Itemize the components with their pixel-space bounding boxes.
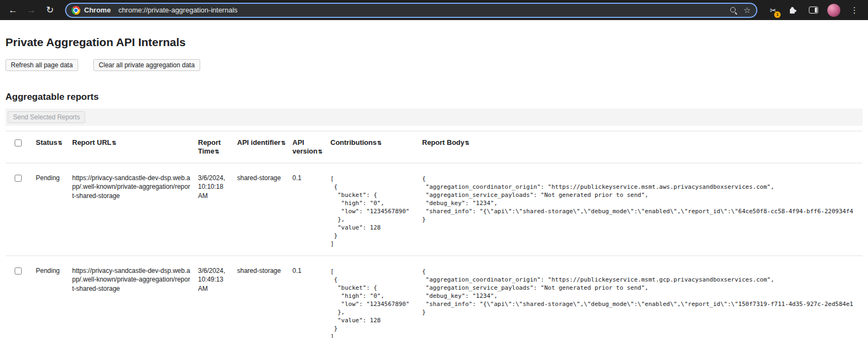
select-all-cell (5, 131, 36, 163)
reload-icon[interactable]: ↻ (42, 3, 58, 18)
sort-icon[interactable]: ⇅ (318, 149, 322, 155)
pinned-extension-icon[interactable]: ✂ 1 (767, 4, 779, 16)
table-row: Pending https://privacy-sandcastle-dev-d… (5, 163, 863, 256)
api-identifier-cell: shared-storage (237, 256, 292, 338)
contributions-cell: [ { "bucket": { "high": "0", "low": "123… (330, 256, 422, 338)
api-version-cell: 0.1 (292, 256, 330, 338)
site-chip-label: Chrome (84, 6, 111, 14)
bookmark-star-icon[interactable]: ☆ (744, 6, 751, 14)
col-header-api-identifier[interactable]: API identifier⇅ (237, 131, 292, 163)
contributions-cell: [ { "bucket": { "high": "0", "low": "123… (330, 163, 422, 256)
report-body-cell: { "aggregation_coordinator_origin": "htt… (422, 256, 863, 338)
row-select-cell (5, 163, 36, 256)
status-cell: Pending (36, 163, 72, 256)
extension-badge: 1 (774, 11, 781, 18)
extensions-icon[interactable] (787, 4, 799, 16)
menu-icon[interactable]: ⋮ (848, 4, 860, 16)
sort-icon[interactable]: ⇅ (215, 149, 219, 155)
col-header-status[interactable]: Status⇅ (36, 131, 72, 163)
table-header-row: Status⇅ Report URL⇅ Report Time⇅ API ide… (5, 131, 863, 163)
col-header-contributions[interactable]: Contributions⇅ (330, 131, 422, 163)
page-actions: Refresh all page data Clear all private … (5, 59, 863, 71)
address-bar[interactable]: Chrome chrome://private-aggregation-inte… (65, 3, 757, 18)
refresh-all-button[interactable]: Refresh all page data (5, 59, 78, 71)
clear-all-button[interactable]: Clear all private aggregation data (93, 59, 200, 71)
api-identifier-cell: shared-storage (237, 163, 292, 256)
side-panel-icon[interactable] (807, 4, 819, 16)
api-version-cell: 0.1 (292, 163, 330, 256)
page-title: Private Aggregation API Internals (5, 36, 863, 49)
report-url-cell: https://privacy-sandcastle-dev-dsp.web.a… (72, 163, 198, 256)
browser-toolbar: ← → ↻ Chrome chrome://private-aggregatio… (0, 0, 868, 20)
sort-icon[interactable]: ⇅ (465, 140, 469, 146)
toolbar-right-icons: ✂ 1 ⋮ (765, 4, 863, 17)
forward-icon[interactable]: → (24, 3, 39, 18)
report-body-cell: { "aggregation_coordinator_origin": "htt… (422, 163, 863, 256)
select-all-checkbox[interactable] (15, 139, 22, 146)
row-select-cell (5, 256, 36, 338)
section-title: Aggregatable reports (5, 92, 863, 103)
reports-table: Status⇅ Report URL⇅ Report Time⇅ API ide… (5, 131, 863, 338)
profile-avatar[interactable] (827, 4, 840, 17)
status-cell: Pending (36, 256, 72, 338)
col-header-report-body[interactable]: Report Body⇅ (422, 131, 863, 163)
report-time-cell: 3/6/2024, 10:10:18 AM (198, 163, 237, 256)
send-selected-button[interactable]: Send Selected Reports (8, 111, 85, 123)
row-checkbox[interactable] (15, 175, 22, 182)
zoom-icon[interactable] (730, 7, 737, 14)
col-header-report-url[interactable]: Report URL⇅ (72, 131, 198, 163)
row-checkbox[interactable] (15, 267, 22, 275)
sort-icon[interactable]: ⇅ (58, 140, 62, 146)
report-url-cell: https://privacy-sandcastle-dev-dsp.web.a… (72, 256, 198, 338)
reports-toolbar: Send Selected Reports (5, 109, 863, 126)
table-row: Pending https://privacy-sandcastle-dev-d… (5, 256, 863, 338)
report-time-cell: 3/6/2024, 10:49:13 AM (198, 256, 237, 338)
back-icon[interactable]: ← (5, 3, 21, 18)
url-text[interactable]: chrome://private-aggregation-internals (118, 6, 725, 14)
chrome-logo-icon (72, 6, 80, 15)
sort-icon[interactable]: ⇅ (112, 140, 116, 146)
col-header-api-version[interactable]: API version⇅ (292, 131, 330, 163)
page-content: Private Aggregation API Internals Refres… (0, 36, 868, 338)
sort-icon[interactable]: ⇅ (281, 140, 285, 146)
col-header-report-time[interactable]: Report Time⇅ (198, 131, 237, 163)
sort-icon[interactable]: ⇅ (377, 140, 381, 146)
